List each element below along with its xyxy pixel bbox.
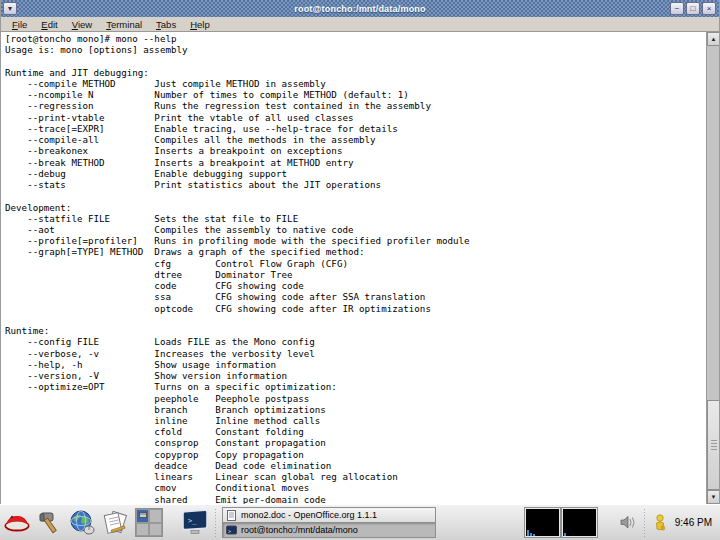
system-monitor-applet-1[interactable] bbox=[525, 508, 560, 537]
window-list-handle[interactable] bbox=[213, 509, 218, 537]
workspace-2[interactable] bbox=[149, 509, 162, 523]
main-menu-button[interactable] bbox=[1, 507, 32, 538]
scroll-down-arrow[interactable]: ▼ bbox=[707, 490, 719, 504]
document-icon bbox=[226, 510, 237, 521]
workspace-4[interactable] bbox=[149, 523, 162, 537]
scrollbar-thumb[interactable] bbox=[707, 400, 719, 490]
documents-pen-icon bbox=[101, 510, 131, 536]
workspace-switcher[interactable] bbox=[135, 508, 163, 537]
menu-help[interactable]: Help bbox=[183, 19, 217, 30]
system-tools-launcher[interactable] bbox=[34, 507, 65, 538]
taskbar-window-label: mono2.doc - OpenOffice.org 1.1.1 bbox=[241, 510, 377, 520]
update-notifier[interactable] bbox=[651, 513, 669, 533]
taskbar-window-label: root@toncho:/mnt/data/mono bbox=[241, 525, 358, 535]
alert-icon bbox=[653, 514, 667, 532]
menu-file[interactable]: File bbox=[5, 19, 34, 30]
terminal-launcher[interactable]: >_ bbox=[179, 507, 210, 538]
menu-edit[interactable]: Edit bbox=[34, 19, 64, 30]
system-monitor-applet-2[interactable] bbox=[562, 508, 597, 537]
scroll-up-arrow[interactable]: ▲ bbox=[707, 32, 719, 46]
menubar: File Edit View Terminal Tabs Help bbox=[1, 17, 719, 32]
terminal-icon: > bbox=[226, 525, 237, 536]
minimize-button[interactable]: − bbox=[670, 2, 684, 15]
tray-handle[interactable] bbox=[642, 509, 647, 537]
scrollbar-grip bbox=[711, 440, 717, 450]
speaker-icon bbox=[620, 515, 637, 530]
terminal-output-area[interactable]: [root@toncho mono]# mono --help Usage is… bbox=[1, 32, 719, 504]
redhat-menu-icon bbox=[3, 511, 31, 535]
clock[interactable]: 9:46 PM bbox=[675, 517, 712, 528]
svg-text:>: > bbox=[228, 527, 231, 533]
menu-view[interactable]: View bbox=[65, 19, 99, 30]
workspace-3[interactable] bbox=[136, 523, 149, 537]
workspace-window-thumbnail bbox=[139, 512, 147, 518]
window-menu-button[interactable]: ▾ bbox=[3, 2, 17, 15]
workspace-1-active[interactable] bbox=[136, 509, 149, 523]
volume-control[interactable] bbox=[620, 513, 638, 533]
hammer-icon bbox=[36, 510, 64, 536]
maximize-button[interactable]: □ bbox=[686, 2, 700, 15]
documents-launcher[interactable] bbox=[100, 507, 131, 538]
taskbar-window-openoffice[interactable]: mono2.doc - OpenOffice.org 1.1.1 bbox=[222, 507, 436, 523]
svg-text:>_: >_ bbox=[188, 517, 197, 525]
menu-terminal[interactable]: Terminal bbox=[99, 19, 149, 30]
web-browser-launcher[interactable] bbox=[67, 507, 98, 538]
terminal-window: ▾ root@toncho:/mnt/data/mono − □ × File … bbox=[0, 0, 720, 504]
titlebar[interactable]: ▾ root@toncho:/mnt/data/mono − □ × bbox=[1, 0, 719, 17]
window-list: mono2.doc - OpenOffice.org 1.1.1 > root@… bbox=[222, 507, 436, 538]
close-button[interactable]: × bbox=[702, 2, 716, 15]
taskbar-panel: >_ mono2.doc - OpenOffice.org 1.1.1 bbox=[0, 504, 720, 540]
monitor-graph bbox=[527, 530, 536, 536]
globe-icon bbox=[69, 510, 96, 536]
menu-tabs[interactable]: Tabs bbox=[149, 19, 183, 30]
terminal-text: [root@toncho mono]# mono --help Usage is… bbox=[1, 32, 719, 504]
scrollbar[interactable]: ▲ ▼ bbox=[706, 32, 719, 504]
window-title: root@toncho:/mnt/data/mono bbox=[1, 4, 719, 14]
monitor-graph bbox=[564, 533, 567, 536]
terminal-monitor-icon: >_ bbox=[180, 510, 210, 536]
taskbar-window-terminal[interactable]: > root@toncho:/mnt/data/mono bbox=[222, 522, 436, 538]
